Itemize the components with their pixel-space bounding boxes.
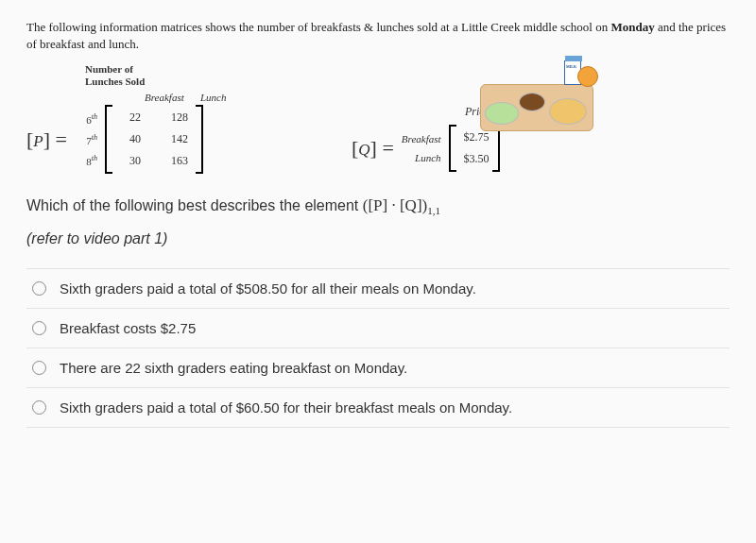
- intro-text-a: The following information matrices shows…: [26, 20, 610, 34]
- question-hint: (refer to video part 1): [26, 230, 730, 247]
- matrix-p-title: Number of Lunches Sold: [85, 63, 238, 88]
- problem-intro: The following information matrices shows…: [26, 19, 730, 52]
- option-1[interactable]: Sixth graders paid a total of $508.50 fo…: [26, 268, 730, 308]
- intro-bold: Monday: [610, 20, 654, 34]
- option-4-text: Sixth graders paid a total of $60.50 for…: [60, 399, 512, 416]
- matrix-p-block: Number of Lunches Sold Breakfast Lunch […: [26, 63, 238, 174]
- radio-icon: [32, 400, 46, 415]
- lunch-tray-illustration: MILK: [476, 59, 597, 131]
- matrix-p-label: [P] =: [26, 127, 67, 152]
- answer-options: Sixth graders paid a total of $508.50 fo…: [26, 268, 730, 428]
- radio-icon: [32, 361, 46, 375]
- matrix-p-title-l1: Number of: [85, 63, 133, 75]
- col-head-lunch: Lunch: [200, 92, 238, 103]
- matrices-area: Number of Lunches Sold Breakfast Lunch […: [26, 63, 730, 174]
- matrix-q-block: MILK Price [Q] = Breakfast Lunch $2.75 $…: [266, 105, 730, 172]
- matrix-q-row-labels: Breakfast Lunch: [402, 133, 441, 163]
- option-3-text: There are 22 sixth graders eating breakf…: [60, 360, 407, 376]
- radio-icon: [32, 321, 46, 335]
- matrix-p-bracket: 22128 40142 30163: [105, 105, 203, 174]
- option-1-text: Sixth graders paid a total of $508.50 fo…: [60, 280, 476, 297]
- matrix-q-label: [Q] =: [352, 136, 394, 161]
- radio-icon: [32, 281, 46, 296]
- matrix-q-bracket: $2.75 $3.50: [449, 125, 500, 172]
- col-head-breakfast: Breakfast: [145, 92, 187, 103]
- option-2[interactable]: Breakfast costs $2.75: [26, 308, 730, 348]
- option-3[interactable]: There are 22 sixth graders eating breakf…: [26, 348, 730, 387]
- matrix-p-grade-labels: 6th 7th 8th: [75, 112, 97, 166]
- option-2-text: Breakfast costs $2.75: [60, 320, 196, 336]
- matrix-p-title-l2: Lunches Sold: [85, 76, 145, 87]
- orange-icon: [577, 66, 598, 87]
- option-4[interactable]: Sixth graders paid a total of $60.50 for…: [26, 387, 730, 428]
- matrix-p-col-headers: Breakfast Lunch: [145, 92, 238, 103]
- question-text: Which of the following best describes th…: [26, 196, 730, 216]
